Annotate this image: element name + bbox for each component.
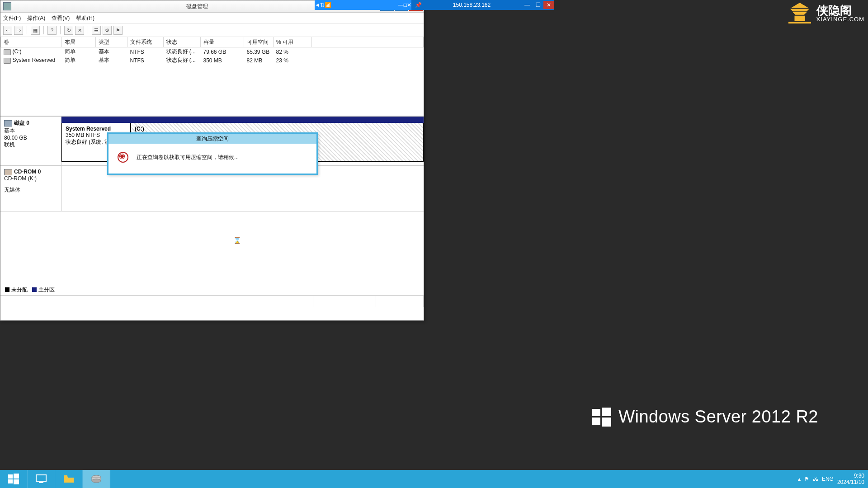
- volume-list-pane[interactable]: 卷 布局 类型 文件系统 状态 容量 可用空间 % 可用 (C:) 简单 基本 …: [0, 37, 424, 117]
- part-title: System Reserved: [66, 126, 111, 132]
- cell: 82 %: [274, 47, 312, 56]
- rdp-signal-bar[interactable]: ◄ ⇅ 📶 — □ ✕: [315, 0, 411, 10]
- cell: 状态良好 (...: [164, 56, 201, 65]
- separator: [43, 26, 44, 34]
- clock-date: 2024/11/10: [837, 479, 864, 485]
- menu-view[interactable]: 查看(V): [52, 14, 70, 22]
- volume-row[interactable]: System Reserved 简单 基本 NTFS 状态良好 (... 350…: [1, 56, 424, 65]
- separator: [27, 26, 27, 34]
- cell: 350 MB: [201, 56, 244, 65]
- properties-icon[interactable]: ⚙: [103, 26, 112, 35]
- tray-overflow-icon[interactable]: ▴: [798, 476, 801, 482]
- back-icon[interactable]: ⇐: [3, 26, 12, 35]
- disk-state: 联机: [4, 141, 57, 149]
- col-layout[interactable]: 布局: [62, 37, 96, 47]
- help-icon[interactable]: ?: [47, 26, 57, 35]
- system-tray: ▴ ⚑ 🖧 ENG 9:30 2024/11/10: [798, 470, 868, 488]
- dialog-title[interactable]: 查询压缩空间: [108, 134, 316, 144]
- windows-logo-icon: [592, 408, 611, 427]
- col-free[interactable]: 可用空间: [244, 37, 274, 47]
- svg-rect-5: [14, 474, 19, 479]
- cell: 基本: [96, 47, 127, 56]
- cell: 23 %: [274, 56, 312, 65]
- svg-point-13: [92, 479, 101, 483]
- tray-flag-icon[interactable]: ⚑: [804, 476, 809, 482]
- disk-management-task-button[interactable]: [83, 470, 110, 488]
- disk-header-strip: [61, 117, 424, 123]
- separator: [60, 26, 61, 34]
- desktop: 磁盘管理 — □ ✕ 文件(F) 操作(A) 查看(V) 帮助(H) ⇐ ⇒ ▦…: [0, 0, 868, 488]
- start-button[interactable]: [0, 470, 28, 488]
- volume-row[interactable]: (C:) 简单 基本 NTFS 状态良好 (... 79.66 GB 65.39…: [1, 47, 424, 56]
- col-capacity[interactable]: 容量: [201, 37, 244, 47]
- tray-network-icon[interactable]: 🖧: [813, 476, 818, 482]
- cell: 基本: [96, 56, 127, 65]
- shrink-query-dialog: 查询压缩空间 正在查询卷以获取可用压缩空间，请稍候...: [107, 132, 318, 175]
- legend-label: 主分区: [38, 286, 55, 293]
- col-fs[interactable]: 文件系统: [127, 37, 164, 47]
- disk-size: 80.00 GB: [4, 135, 57, 141]
- legend: 未分配 主分区: [0, 284, 424, 295]
- cdrom-icon: [4, 169, 12, 175]
- volume-icon: [4, 58, 11, 64]
- x-icon[interactable]: ✕: [407, 2, 411, 8]
- arrow-up-icon[interactable]: ⇅: [320, 2, 325, 8]
- cell: 79.66 GB: [201, 47, 244, 56]
- cdrom-info: CD-ROM 0 CD-ROM (K:) 无媒体: [0, 166, 61, 211]
- menu-action[interactable]: 操作(A): [27, 14, 45, 22]
- cell: 状态良好 (...: [164, 47, 201, 56]
- disk-info: 磁盘 0 基本 80.00 GB 联机: [0, 117, 61, 165]
- legend-swatch-unallocated: [5, 287, 9, 292]
- menu-file[interactable]: 文件(F): [3, 14, 21, 22]
- clock-time: 9:30: [837, 473, 864, 479]
- part-title: (C:): [135, 126, 144, 132]
- col-type[interactable]: 类型: [96, 37, 127, 47]
- tray-language[interactable]: ENG: [822, 476, 834, 482]
- menu-help[interactable]: 帮助(H): [76, 14, 94, 22]
- delete-icon[interactable]: ✕: [75, 26, 84, 35]
- cdrom-name: CD-ROM 0: [14, 169, 41, 175]
- svg-rect-3: [602, 418, 611, 427]
- toolbar: ⇐ ⇒ ▦ ? ↻ ✕ ☰ ⚙ ⚑: [0, 24, 424, 37]
- svg-rect-7: [14, 479, 19, 484]
- svg-rect-10: [64, 475, 67, 477]
- rdp-restore-button[interactable]: ❐: [533, 1, 543, 9]
- settings-icon[interactable]: ⚑: [113, 26, 123, 35]
- cell: NTFS: [127, 56, 164, 65]
- server-manager-button[interactable]: [28, 470, 55, 488]
- svg-rect-2: [592, 418, 600, 425]
- arrow-left-icon[interactable]: ◄: [315, 2, 320, 8]
- svg-rect-1: [602, 408, 611, 416]
- xiayinge-url: XIAYINGE.COM: [816, 16, 864, 22]
- col-volume[interactable]: 卷: [1, 37, 62, 47]
- xiayinge-title: 侠隐阁: [816, 5, 864, 16]
- disk-name: 磁盘 0: [14, 120, 29, 126]
- cell: NTFS: [127, 47, 164, 56]
- forward-icon[interactable]: ⇒: [14, 26, 23, 35]
- refresh-icon[interactable]: ↻: [64, 26, 73, 35]
- rdp-connection-bar[interactable]: 📌 150.158.23.162 — ❐ ✕: [411, 0, 554, 10]
- views-icon[interactable]: ▦: [31, 26, 40, 35]
- taskbar-spacer[interactable]: [110, 470, 798, 488]
- rdp-minimize-button[interactable]: —: [522, 1, 533, 9]
- taskbar-clock[interactable]: 9:30 2024/11/10: [837, 473, 864, 486]
- xiayinge-logo: 侠隐阁 XIAYINGE.COM: [787, 2, 864, 24]
- pin-icon[interactable]: 📌: [415, 2, 422, 8]
- cdrom-state: 无媒体: [4, 186, 57, 194]
- legend-label: 未分配: [11, 286, 28, 293]
- svg-rect-8: [36, 475, 46, 481]
- col-status[interactable]: 状态: [164, 37, 201, 47]
- svg-rect-9: [39, 482, 43, 483]
- svg-rect-4: [8, 474, 13, 479]
- cell: (C:): [13, 48, 22, 55]
- list-icon[interactable]: ☰: [92, 26, 101, 35]
- cell: System Reserved: [13, 57, 56, 63]
- rdp-close-button[interactable]: ✕: [543, 1, 554, 9]
- min-icon[interactable]: —: [398, 2, 404, 8]
- col-percent[interactable]: % 可用: [274, 37, 312, 47]
- rdp-ip: 150.158.23.162: [422, 2, 522, 8]
- max-icon[interactable]: □: [404, 2, 407, 8]
- os-watermark: Windows Server 2012 R2: [592, 407, 818, 427]
- busy-icon: [118, 152, 128, 163]
- explorer-button[interactable]: [55, 470, 83, 488]
